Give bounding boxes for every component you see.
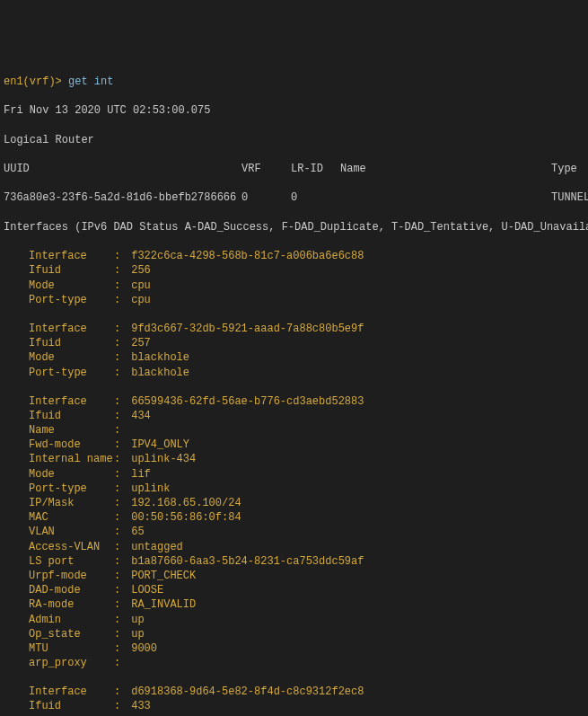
field-line: DAD-mode: LOOSE (4, 583, 584, 597)
row-type: TUNNEL (551, 190, 588, 205)
field-value: b1a87660-6aa3-5b24-8231-ca753ddc59af (125, 555, 364, 568)
field-line: Ifuid: 256 (4, 263, 584, 278)
field-line: Access-VLAN: untagged (4, 540, 584, 554)
field-value: RA_INVALID (125, 598, 196, 611)
field-label: DAD-mode (29, 583, 114, 597)
field-label: Interface (29, 322, 114, 336)
blank-line (4, 670, 584, 685)
field-label: Mode (29, 467, 114, 482)
column-headers: UUIDVRFLR-IDNameType (4, 162, 584, 176)
command: get int (68, 75, 113, 88)
field-line: VLAN: 65 (4, 525, 584, 539)
field-label: Ifuid (29, 409, 114, 423)
field-line: MTU: 9000 (4, 641, 584, 656)
field-colon: : (114, 641, 125, 656)
field-label: Port-type (29, 293, 114, 307)
field-line: Op_state: up (4, 627, 584, 641)
field-value: 9000 (125, 642, 157, 655)
field-label: Name (29, 423, 114, 438)
field-label: RA-mode (29, 597, 114, 612)
field-label: MAC (29, 510, 114, 525)
field-line: Port-type: cpu (4, 293, 584, 307)
field-line: Port-type: blackhole (4, 366, 584, 380)
field-colon: : (114, 423, 125, 438)
field-value: blackhole (125, 351, 189, 364)
field-line: Port-type: uplink (4, 482, 584, 496)
field-label: Internal name (29, 452, 114, 466)
field-value: uplink-434 (125, 453, 196, 465)
field-value: d6918368-9d64-5e82-8f4d-c8c9312f2ec8 (125, 685, 364, 698)
field-label: Ifuid (29, 336, 114, 350)
field-colon: : (114, 627, 125, 641)
subtitle: Logical Router (4, 133, 584, 147)
field-label: Ifuid (29, 263, 114, 278)
field-value: 192.168.65.100/24 (125, 497, 241, 509)
field-colon: : (114, 569, 125, 583)
field-colon: : (114, 336, 125, 350)
field-colon: : (114, 452, 125, 466)
field-line: Name: (4, 423, 584, 438)
field-value: 00:50:56:86:0f:84 (125, 511, 241, 524)
timestamp: Fri Nov 13 2020 UTC 02:53:00.075 (4, 103, 584, 118)
legend: Interfaces (IPv6 DAD Status A-DAD_Succes… (4, 220, 584, 234)
field-value (125, 657, 131, 669)
field-colon: : (114, 496, 125, 510)
field-value: LOOSE (125, 584, 163, 597)
field-colon: : (114, 293, 125, 307)
field-value: untagged (125, 541, 183, 553)
field-label: Interface (29, 685, 114, 699)
field-value: cpu (125, 294, 151, 306)
field-label: Port-type (29, 482, 114, 496)
field-value: IPV4_ONLY (125, 438, 189, 451)
field-colon: : (114, 394, 125, 409)
field-label: Ifuid (29, 699, 114, 713)
field-line: Internal name: uplink-434 (4, 452, 584, 466)
field-value: lif (125, 468, 151, 481)
field-value: 66599436-62fd-56ae-b776-cd3aebd52883 (125, 395, 364, 408)
field-label: Fwd-mode (29, 438, 114, 452)
terminal-output: en1(vrf)> get int Fri Nov 13 2020 UTC 02… (4, 60, 584, 716)
field-label: MTU (29, 641, 114, 656)
col-uuid: UUID (4, 162, 241, 176)
prompt: en1(vrf)> (4, 75, 62, 88)
field-colon: : (114, 249, 125, 263)
field-colon: : (114, 685, 125, 699)
field-label: Op_state (29, 627, 114, 641)
field-label: LS port (29, 554, 114, 569)
field-line: Urpf-mode: PORT_CHECK (4, 569, 584, 583)
field-label: Mode (29, 278, 114, 293)
field-label: Urpf-mode (29, 569, 114, 583)
field-label: VLAN (29, 525, 114, 539)
field-line: Mode: lif (4, 467, 584, 482)
field-value: up (125, 628, 145, 641)
col-lrid: LR-ID (291, 162, 340, 176)
col-type: Type (551, 162, 577, 176)
field-colon: : (114, 554, 125, 569)
field-colon: : (114, 482, 125, 496)
field-colon: : (114, 510, 125, 525)
field-label: Interface (29, 394, 114, 409)
field-line: Interface: d6918368-9d64-5e82-8f4d-c8c93… (4, 685, 584, 699)
field-colon: : (114, 263, 125, 278)
field-line: Ifuid: 433 (4, 699, 584, 713)
field-colon: : (114, 438, 125, 452)
field-colon: : (114, 583, 125, 597)
interface-list: Interface: f322c6ca-4298-568b-81c7-a006b… (4, 249, 584, 716)
field-label: arp_proxy (29, 656, 114, 670)
field-line: arp_proxy: (4, 656, 584, 670)
field-label: Port-type (29, 366, 114, 380)
field-value: f322c6ca-4298-568b-81c7-a006ba6e6c88 (125, 250, 364, 262)
field-line: Ifuid: 434 (4, 409, 584, 423)
field-line: Interface: 9fd3c667-32db-5921-aaad-7a88c… (4, 322, 584, 336)
field-label: IP/Mask (29, 496, 114, 510)
field-line: Fwd-mode: IPV4_ONLY (4, 438, 584, 452)
field-colon: : (114, 525, 125, 539)
field-value: 9fd3c667-32db-5921-aaad-7a88c80b5e9f (125, 323, 364, 335)
field-colon: : (114, 656, 125, 670)
field-colon: : (114, 409, 125, 423)
field-value: up (125, 614, 145, 626)
field-colon: : (114, 699, 125, 713)
field-line: MAC: 00:50:56:86:0f:84 (4, 510, 584, 525)
col-name: Name (340, 162, 551, 176)
row-lrid: 0 (291, 190, 340, 205)
